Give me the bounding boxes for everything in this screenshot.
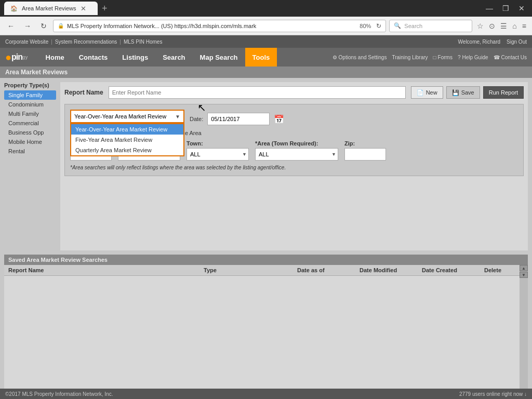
mls-pin-homes-link[interactable]: MLS PIN Homes bbox=[124, 39, 162, 45]
forward-button[interactable]: → bbox=[21, 21, 34, 31]
main-panel: Report Name 📄 New 💾 Save Run Report bbox=[60, 82, 528, 250]
close-button[interactable]: ✕ bbox=[515, 4, 528, 12]
saved-searches-container: Saved Area Market Review Searches Report… bbox=[0, 255, 532, 394]
sidebar-item-commercial[interactable]: Commercial bbox=[4, 118, 56, 128]
back-button[interactable]: ← bbox=[4, 21, 18, 31]
home-icon[interactable]: ⌂ bbox=[511, 22, 518, 30]
col-date-modified: Date Modified bbox=[360, 267, 422, 273]
new-button[interactable]: 📄 New bbox=[411, 86, 443, 99]
system-recommendations-link[interactable]: System Recommendations bbox=[55, 39, 117, 45]
restore-button[interactable]: ❒ bbox=[499, 4, 512, 12]
nav-home[interactable]: Home bbox=[38, 48, 72, 66]
nav-listings[interactable]: Listings bbox=[115, 48, 155, 66]
col-type: Type bbox=[204, 267, 297, 273]
help-guide-link[interactable]: ? Help Guide bbox=[458, 55, 488, 60]
forms-link[interactable]: □ Forms bbox=[433, 55, 453, 60]
report-name-input[interactable] bbox=[109, 86, 406, 99]
nav-search[interactable]: Search bbox=[155, 48, 192, 66]
town-select-wrapper: ALL ▼ bbox=[187, 148, 249, 161]
area-note: *Area searches will only reflect listing… bbox=[70, 165, 518, 170]
minimize-button[interactable]: — bbox=[483, 4, 496, 12]
area-group: *Area (Town Required): ALL ▼ bbox=[255, 140, 338, 161]
dropdown-row: Year-Over-Year Area Market Review ▼ Year… bbox=[70, 110, 518, 125]
property-type-label: Property Type(s) bbox=[4, 82, 56, 88]
utility-links: Corporate Website | System Recommendatio… bbox=[5, 39, 162, 45]
area-select[interactable]: ALL bbox=[255, 148, 338, 161]
calendar-button[interactable]: 📅 bbox=[274, 114, 284, 124]
nav-right: ⚙ Options and Settings Training Library … bbox=[332, 55, 527, 60]
tab-close-button[interactable]: ✕ bbox=[81, 5, 86, 12]
zip-input[interactable] bbox=[344, 148, 386, 161]
save-button[interactable]: 💾 Save bbox=[446, 86, 480, 99]
refresh-icon[interactable]: ↻ bbox=[376, 22, 381, 30]
date-row: Date: 📅 bbox=[190, 113, 284, 125]
browser-titlebar: 🏠 Area Market Reviews ✕ + — ❒ ✕ bbox=[0, 0, 532, 17]
menu-icon[interactable]: ≡ bbox=[521, 22, 528, 30]
date-label: Date: bbox=[190, 116, 203, 122]
contact-us-link[interactable]: ☎ Contact Us bbox=[494, 55, 527, 60]
star-icon[interactable]: ⊙ bbox=[487, 22, 497, 30]
sidebar-item-single-family[interactable]: Single Family bbox=[4, 90, 56, 100]
town-select[interactable]: ALL bbox=[187, 148, 249, 161]
tab-title: Area Market Reviews bbox=[22, 5, 76, 11]
training-library-link[interactable]: Training Library bbox=[392, 55, 428, 60]
sidebar-item-condominium[interactable]: Condominium bbox=[4, 100, 56, 109]
window-controls: — ❒ ✕ bbox=[483, 4, 528, 12]
report-name-label: Report Name bbox=[64, 89, 103, 96]
sidebar: Property Type(s) Single Family Condomini… bbox=[4, 82, 56, 250]
page-header: Area Market Reviews bbox=[0, 66, 532, 78]
nav-map-search[interactable]: Map Search bbox=[193, 48, 245, 66]
report-type-dropdown-wrapper: Year-Over-Year Area Market Review ▼ Year… bbox=[70, 110, 184, 123]
run-report-button[interactable]: Run Report bbox=[483, 86, 524, 99]
new-tab-button[interactable]: + bbox=[102, 3, 108, 14]
form-section: Year-Over-Year Area Market Review ▼ Year… bbox=[64, 104, 524, 176]
col-date-created: Date Created bbox=[422, 267, 484, 273]
nav-items: Home Contacts Listings Search Map Search… bbox=[38, 48, 277, 66]
status-bar: ©2017 MLS Property Information Network, … bbox=[0, 389, 532, 399]
dropdown-option-0[interactable]: Year-Over-Year Area Market Review bbox=[71, 124, 183, 135]
sidebar-item-mobile-home[interactable]: Mobile Home bbox=[4, 137, 56, 147]
logo-text: pin bbox=[11, 52, 22, 62]
logo-superscript: gy bbox=[22, 55, 28, 60]
corporate-website-link[interactable]: Corporate Website bbox=[5, 39, 48, 45]
scroll-up-button[interactable]: ▲ bbox=[520, 265, 528, 271]
welcome-text: Welcome, Richard bbox=[458, 39, 501, 45]
logo-icon: ● bbox=[5, 51, 11, 63]
search-icon: 🔍 bbox=[394, 22, 401, 29]
new-icon: 📄 bbox=[417, 89, 424, 96]
report-type-dropdown-face[interactable]: Year-Over-Year Area Market Review ▼ bbox=[70, 110, 184, 123]
utility-bar: Corporate Website | System Recommendatio… bbox=[0, 35, 532, 48]
col-date-as-of: Date as of bbox=[297, 267, 360, 273]
nav-tools[interactable]: Tools bbox=[245, 48, 277, 66]
table-wrapper: Report Name Type Date as of Date Modifie… bbox=[4, 265, 520, 390]
dropdown-option-1[interactable]: Five-Year Area Market Review bbox=[71, 135, 183, 145]
reader-icon[interactable]: ☰ bbox=[499, 22, 509, 30]
table-header: Report Name Type Date as of Date Modifie… bbox=[4, 265, 520, 276]
options-settings-link[interactable]: ⚙ Options and Settings bbox=[332, 55, 387, 60]
area-select-wrapper: ALL ▼ bbox=[255, 148, 338, 161]
nav-contacts[interactable]: Contacts bbox=[72, 48, 115, 66]
dropdown-selected-value: Year-Over-Year Area Market Review bbox=[74, 113, 175, 119]
scroll-buttons: ▲ ▼ bbox=[520, 265, 528, 390]
toolbar-buttons: 📄 New 💾 Save Run Report bbox=[411, 86, 524, 99]
sidebar-item-business-opp[interactable]: Business Opp bbox=[4, 128, 56, 137]
col-delete: Delete bbox=[484, 267, 515, 273]
sidebar-item-multi-family[interactable]: Multi Family bbox=[4, 109, 56, 118]
town-label: Town: bbox=[187, 140, 249, 147]
dropdown-option-2[interactable]: Quarterly Area Market Review bbox=[71, 145, 183, 155]
browser-nav-icons: ☆ ⊙ ☰ ⌂ ≡ bbox=[475, 22, 528, 30]
browser-navbar: ← → ↻ 🔒 MLS Property Information Network… bbox=[0, 17, 532, 35]
zoom-badge: 80% bbox=[357, 23, 373, 29]
scroll-down-button[interactable]: ▼ bbox=[520, 272, 528, 278]
bookmarks-icon[interactable]: ☆ bbox=[475, 22, 485, 30]
date-input[interactable] bbox=[207, 113, 270, 125]
save-icon: 💾 bbox=[452, 89, 459, 96]
town-group: Town: ALL ▼ bbox=[187, 140, 249, 161]
sign-out-link[interactable]: Sign Out bbox=[507, 39, 527, 45]
browser-tab[interactable]: 🏠 Area Market Reviews ✕ bbox=[4, 2, 98, 15]
sidebar-item-rental[interactable]: Rental bbox=[4, 147, 56, 156]
browser-search-bar[interactable]: 🔍 Search bbox=[389, 20, 472, 32]
reload-button[interactable]: ↻ bbox=[37, 21, 50, 31]
url-bar[interactable]: 🔒 MLS Property Information Network... (U… bbox=[53, 20, 386, 32]
report-type-dropdown-menu[interactable]: Year-Over-Year Area Market Review Five-Y… bbox=[70, 123, 184, 156]
